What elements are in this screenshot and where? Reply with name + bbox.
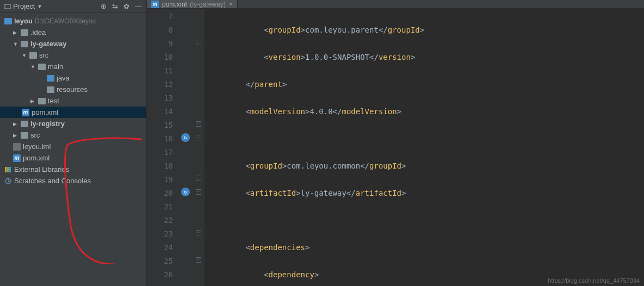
tree-node-pom-root[interactable]: m pom.xml [0,152,146,164]
target-icon[interactable]: ⊕ [101,2,107,10]
tree-node-src2[interactable]: ▶ src [0,129,146,141]
chevron-down-icon: ▼ [22,53,27,58]
tree-node-pom-gateway[interactable]: m pom.xml [0,107,146,118]
project-icon [4,3,11,10]
folder-icon [38,98,46,104]
close-icon[interactable]: × [229,0,233,8]
chevron-right-icon: ▶ [30,98,36,104]
scratches-icon [4,177,12,185]
project-tool-button[interactable]: Project ▼ [4,2,42,10]
line-number: 20 [147,186,173,200]
maven-icon: m [13,154,21,162]
line-number: 9 [147,37,173,51]
maven-run-icon[interactable]: ↻ [181,188,190,196]
svg-rect-2 [7,167,9,172]
maven-icon: m [22,109,29,116]
folder-icon [21,132,28,139]
line-number: 24 [147,241,173,254]
node-label: test [48,97,59,105]
tab-context: (ly-gateway) [190,1,225,8]
node-label: pom.xml [23,154,49,162]
tree-node-leyou-iml[interactable]: leyou.iml [0,141,146,152]
project-tree[interactable]: leyou D:\IDEAWORK\leyou ▶ .idea ▼ ly-gat… [0,13,146,189]
folder-icon [21,41,28,47]
line-number: 7 [147,10,173,23]
watermark: https://blog.csdn.net/qq_44757034 [548,277,640,284]
line-number: 23 [147,227,173,241]
gear-icon[interactable]: ✿ [123,2,129,10]
tab-bar: m pom.xml (ly-gateway) × [147,0,644,9]
expand-icon[interactable]: ⇆ [112,2,118,10]
project-sidebar: Project ▼ ⊕ ⇆ ✿ — leyou D:\IDEAWORK\leyo… [0,0,147,286]
line-number: 26 [147,268,173,282]
line-number: 22 [147,214,173,227]
sidebar-header: Project ▼ ⊕ ⇆ ✿ — [0,0,146,13]
tree-node-idea[interactable]: ▶ .idea [0,27,146,38]
svg-rect-3 [9,167,11,172]
fold-up-icon[interactable]: – [196,176,201,181]
tree-root[interactable]: leyou D:\IDEAWORK\leyou [0,15,146,27]
line-number: 17 [147,146,173,159]
folder-icon [21,121,28,127]
line-number: 10 [147,51,173,64]
path-hint: D:\IDEAWORK\leyou [35,17,96,25]
tree-node-external-libs[interactable]: External Libraries [0,164,146,175]
line-number-gutter: 7891011121314151617181920212223242526 [147,9,179,286]
line-number: 18 [147,159,173,173]
dropdown-icon: ▼ [37,4,42,9]
tab-pom-xml[interactable]: m pom.xml (ly-gateway) × [147,0,238,8]
chevron-down-icon: ▼ [30,64,36,70]
line-number: 8 [147,23,173,37]
library-icon [4,166,12,173]
chevron-right-icon: ▶ [13,133,18,138]
line-number: 14 [147,105,173,119]
tree-node-main[interactable]: ▼ main [0,61,146,72]
tab-filename: pom.xml [162,1,187,8]
chevron-down-icon: ▼ [13,41,18,47]
node-label: leyou [14,17,33,25]
svg-rect-0 [5,4,10,9]
code-editor[interactable]: 7891011121314151617181920212223242526 ↻ … [147,9,644,286]
folder-icon [21,29,28,36]
tree-node-scratches[interactable]: Scratches and Consoles [0,175,146,186]
node-label: External Libraries [14,165,69,173]
folder-icon [4,18,12,24]
node-label: ly-registry [30,120,65,128]
fold-down-icon[interactable]: – [196,189,201,195]
folder-icon [47,75,54,82]
tree-node-ly-gateway[interactable]: ▼ ly-gateway [0,38,146,49]
line-number: 16 [147,132,173,146]
tree-node-src[interactable]: ▼ src [0,49,146,61]
line-number: 15 [147,119,173,132]
node-label: Scratches and Consoles [14,177,91,185]
fold-up-icon[interactable]: – [196,257,201,263]
code-content[interactable]: <groupId>com.leyou.parent</groupId> <ver… [205,9,644,286]
icon-gutter: ↻ ↻ [179,9,194,286]
file-icon [13,143,21,151]
line-number: 11 [147,64,173,78]
minimize-icon[interactable]: — [135,2,142,10]
line-number: 13 [147,91,173,105]
node-label: .idea [30,28,46,36]
node-label: leyou.iml [23,142,51,151]
svg-rect-1 [5,167,7,172]
node-label: src [30,131,40,139]
line-number: 12 [147,78,173,91]
line-number: 21 [147,200,173,214]
node-label: pom.xml [32,108,58,116]
node-label: java [57,74,70,82]
folder-icon [29,52,37,59]
fold-up-icon[interactable]: – [196,230,201,235]
tree-node-resources[interactable]: resources [0,84,146,95]
line-number: 25 [147,254,173,268]
tree-node-test[interactable]: ▶ test [0,95,146,107]
folder-icon [38,64,46,70]
fold-up-icon[interactable]: – [196,40,201,45]
node-label: src [39,51,48,59]
maven-run-icon[interactable]: ↻ [181,133,190,142]
fold-down-icon[interactable]: – [196,135,201,140]
fold-down-icon[interactable]: – [196,121,201,127]
tree-node-java[interactable]: java [0,72,146,84]
maven-icon: m [151,1,159,8]
tree-node-ly-registry[interactable]: ▶ ly-registry [0,118,146,129]
